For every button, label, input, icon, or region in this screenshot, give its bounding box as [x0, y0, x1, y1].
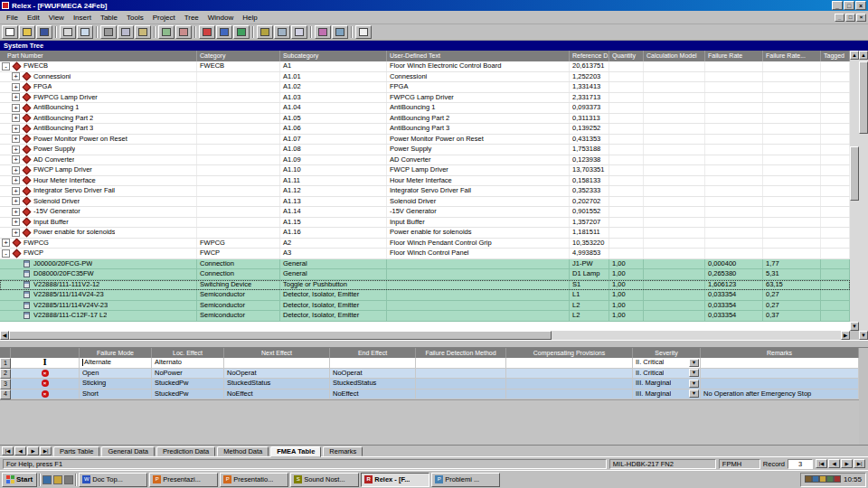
expand-icon[interactable]: + — [12, 135, 20, 143]
column-header-tagged[interactable]: Tagged — [821, 51, 850, 61]
grid-scroll-up-button[interactable]: ▲ — [850, 51, 859, 60]
open-folder-button[interactable] — [19, 25, 35, 39]
report-button[interactable] — [291, 25, 307, 39]
tab-fmea-table[interactable]: FMEA Table — [270, 446, 321, 457]
cell-end-effect[interactable]: NoEffect — [330, 389, 416, 400]
copy-button[interactable] — [118, 25, 134, 39]
horizontal-scroll-track[interactable] — [9, 331, 841, 340]
outlook-icon[interactable] — [53, 475, 62, 484]
taskbar-button-problemi[interactable]: PProblemi ... — [431, 473, 500, 487]
component-row[interactable]: J00000/20FCG-PWConnectionGeneralJ1-PW1,0… — [0, 259, 850, 270]
assembly-row[interactable]: +Integrator Servo Driver FailA1.12Integr… — [0, 186, 850, 197]
assembly-row[interactable]: +-15V GeneratorA1.14-15V Generator0,9015… — [0, 207, 850, 218]
column-header-category[interactable]: Category — [197, 51, 280, 61]
window-scroll-down-button[interactable]: ▼ — [859, 331, 868, 340]
component-row[interactable]: V22885/111/114V24-23SemiconductorDetecto… — [0, 290, 850, 301]
print-button[interactable] — [60, 25, 76, 39]
menu-item-view[interactable]: View — [44, 13, 69, 23]
scroll-left-button[interactable]: ◀ — [0, 331, 9, 340]
assembly-row[interactable]: +Input BufferA1.15Input Buffer1,357207 — [0, 218, 850, 229]
fmea-column-header-compensating-provisions[interactable]: Compensating Provisions — [506, 348, 633, 358]
mdi-close-button[interactable]: × — [856, 14, 866, 22]
column-header-part-number[interactable]: Part Number — [0, 51, 197, 61]
expand-icon[interactable]: + — [12, 104, 20, 112]
network-icon[interactable] — [826, 475, 834, 483]
expand-icon[interactable]: + — [12, 72, 20, 80]
fmea-row[interactable]: 4×ShortStuckedPwNoEffectNoEffectIII. Mar… — [0, 389, 859, 400]
cell-failure-mode[interactable]: Short — [80, 389, 152, 400]
tab-scroll-last-button[interactable]: ▶| — [40, 446, 52, 455]
fmea-column-header-end-effect[interactable]: End Effect — [330, 348, 416, 358]
fmea-column-header-failure-detection-method[interactable]: Failure Detection Method — [416, 348, 506, 358]
menu-item-insert[interactable]: Insert — [69, 13, 96, 23]
cell-end-effect[interactable]: StuckedStatus — [330, 379, 416, 389]
help-button[interactable] — [355, 25, 372, 39]
cell-remarks[interactable] — [701, 369, 859, 380]
tab-prediction-data[interactable]: Prediction Data — [156, 446, 215, 456]
minimize-button[interactable]: _ — [832, 1, 843, 10]
assembly-row[interactable]: +Hour Meter InterfaceA1.11Hour Meter Int… — [0, 176, 850, 187]
cell-failure-mode[interactable]: Sticking — [80, 379, 152, 389]
menu-item-help[interactable]: Help — [238, 13, 261, 23]
new-file-button[interactable] — [2, 25, 18, 39]
component-row[interactable]: V22885/111/114V24V-23SemiconductorDetect… — [0, 301, 850, 312]
severity-dropdown-button[interactable]: ▼ — [689, 389, 699, 398]
paste-button[interactable] — [135, 25, 151, 39]
maximize-button[interactable]: □ — [844, 1, 854, 10]
cell-next-effect[interactable]: StuckedStatus — [224, 379, 330, 389]
cell-remarks[interactable] — [701, 358, 859, 369]
assembly-row[interactable]: +ConnessioniA1.01Connessioni1,252203 — [0, 72, 850, 83]
grid-scroll-thumb[interactable] — [850, 146, 859, 201]
expand-icon[interactable]: + — [12, 187, 20, 195]
cell-compensating[interactable] — [506, 379, 633, 389]
fmea-column-header-next-effect[interactable]: Next Effect — [224, 348, 330, 358]
fmea-row[interactable]: 3×StickingStuckedPwStuckedStatusStuckedS… — [0, 379, 859, 389]
menu-item-edit[interactable]: Edit — [23, 13, 44, 23]
internet-explorer-icon[interactable] — [42, 475, 52, 484]
fmea-column-header-remarks[interactable]: Remarks — [701, 348, 859, 358]
record-prev-button[interactable]: ◀ — [828, 459, 840, 468]
volume-icon[interactable] — [819, 475, 826, 483]
fmea-column-header-severity[interactable]: Severity — [633, 348, 701, 358]
row-number[interactable]: 4 — [0, 389, 11, 400]
menu-item-window[interactable]: Window — [203, 13, 238, 23]
horizontal-scroll-thumb[interactable] — [9, 331, 552, 340]
expand-icon[interactable]: + — [12, 155, 20, 164]
cell-remarks[interactable] — [701, 379, 859, 389]
expand-icon[interactable]: + — [12, 93, 20, 101]
window-scroll-up-button[interactable]: ▲ — [859, 51, 868, 60]
antivirus-icon[interactable] — [834, 475, 841, 483]
cut-button[interactable] — [100, 25, 117, 39]
assembly-row[interactable]: +Power enable for solenoidsA1.16Power en… — [0, 228, 850, 239]
record-next-button[interactable]: ▶ — [841, 459, 853, 468]
component-row[interactable]: V22888/111-C12F-17 L2SemiconductorDetect… — [0, 311, 850, 322]
taskbar-button-presentatio[interactable]: PPresentatio... — [220, 473, 288, 487]
cell-detection[interactable] — [416, 369, 506, 380]
cell-severity[interactable]: III. Marginal▼ — [633, 379, 701, 389]
column-header-failure-rate[interactable]: Failure Rate... — [763, 51, 821, 61]
cell-next-effect[interactable]: NoEffect — [224, 389, 330, 400]
scroll-right-button[interactable]: ▶ — [841, 331, 850, 340]
fmea-column-header-failure-mode[interactable]: Failure Mode — [80, 348, 152, 358]
cell-severity[interactable]: III. Marginal▼ — [633, 389, 701, 400]
cell-next-effect[interactable]: NoOperat — [224, 369, 330, 380]
tab-scroll-prev-button[interactable]: ◀ — [14, 446, 26, 455]
pane-splitter[interactable] — [0, 340, 868, 348]
collapse-icon[interactable]: - — [2, 249, 10, 258]
expand-icon[interactable]: + — [12, 229, 20, 237]
taskbar-button-doc-top[interactable]: WDoc Top... — [79, 473, 147, 487]
pie-chart-button[interactable] — [315, 25, 331, 39]
grid-scroll-track[interactable] — [850, 60, 859, 322]
cell-loc-effect[interactable]: Alternato — [152, 358, 224, 369]
bar-chart-button[interactable] — [233, 25, 250, 39]
menu-item-project[interactable]: Project — [148, 13, 180, 23]
expand-icon[interactable]: + — [12, 218, 20, 226]
assembly-row[interactable]: +AntiBouncing 1A1.04AntiBouncing 10,0933… — [0, 103, 850, 114]
expand-icon[interactable]: + — [12, 145, 20, 154]
record-first-button[interactable]: |◀ — [816, 459, 827, 468]
row-number[interactable]: 2 — [0, 369, 11, 380]
assembly-row[interactable]: +Power Monitor Power on ResetA1.07Power … — [0, 135, 850, 145]
menu-item-table[interactable]: Table — [96, 13, 122, 23]
tab-remarks[interactable]: Remarks — [323, 446, 363, 456]
record-last-button[interactable]: ▶| — [854, 459, 865, 468]
